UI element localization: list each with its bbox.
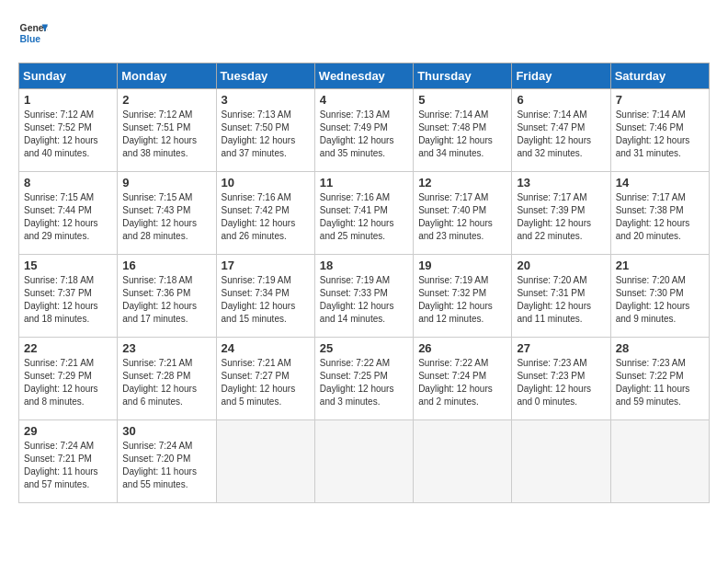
cell-content: Sunrise: 7:18 AMSunset: 7:37 PMDaylight:… <box>24 274 112 326</box>
table-row: 25 Sunrise: 7:22 AMSunset: 7:25 PMDaylig… <box>314 338 413 420</box>
weekday-header: Tuesday <box>216 63 314 89</box>
table-row: 4 Sunrise: 7:13 AMSunset: 7:49 PMDayligh… <box>314 89 413 172</box>
table-row <box>414 420 512 503</box>
day-number: 18 <box>320 259 408 272</box>
cell-content: Sunrise: 7:23 AMSunset: 7:23 PMDaylight:… <box>517 357 605 408</box>
cell-content: Sunrise: 7:21 AMSunset: 7:27 PMDaylight:… <box>222 357 310 408</box>
cell-content: Sunrise: 7:13 AMSunset: 7:49 PMDaylight:… <box>320 109 408 160</box>
table-row: 28 Sunrise: 7:23 AMSunset: 7:22 PMDaylig… <box>610 338 709 420</box>
day-number: 14 <box>616 176 704 190</box>
day-number: 13 <box>517 176 605 190</box>
cell-content: Sunrise: 7:16 AMSunset: 7:42 PMDaylight:… <box>222 191 310 243</box>
table-row: 3 Sunrise: 7:13 AMSunset: 7:50 PMDayligh… <box>216 89 314 172</box>
table-row: 8 Sunrise: 7:15 AMSunset: 7:44 PMDayligh… <box>19 172 118 255</box>
cell-content: Sunrise: 7:21 AMSunset: 7:28 PMDaylight:… <box>122 357 210 408</box>
table-row: 24 Sunrise: 7:21 AMSunset: 7:27 PMDaylig… <box>216 338 314 420</box>
table-row: 29 Sunrise: 7:24 AMSunset: 7:21 PMDaylig… <box>19 420 118 503</box>
day-number: 22 <box>24 341 112 355</box>
weekday-header: Thursday <box>414 63 512 89</box>
table-row: 15 Sunrise: 7:18 AMSunset: 7:37 PMDaylig… <box>19 255 118 338</box>
table-row: 18 Sunrise: 7:19 AMSunset: 7:33 PMDaylig… <box>314 255 413 338</box>
table-row: 19 Sunrise: 7:19 AMSunset: 7:32 PMDaylig… <box>414 255 512 338</box>
cell-content: Sunrise: 7:19 AMSunset: 7:34 PMDaylight:… <box>222 274 310 326</box>
svg-text:Blue: Blue <box>20 34 41 44</box>
weekday-header: Saturday <box>610 63 709 89</box>
calendar-table: SundayMondayTuesdayWednesdayThursdayFrid… <box>18 63 710 503</box>
logo: General Blue <box>18 18 48 48</box>
cell-content: Sunrise: 7:23 AMSunset: 7:22 PMDaylight:… <box>616 357 704 408</box>
cell-content: Sunrise: 7:12 AMSunset: 7:51 PMDaylight:… <box>122 109 210 160</box>
table-row: 6 Sunrise: 7:14 AMSunset: 7:47 PMDayligh… <box>512 89 610 172</box>
day-number: 8 <box>24 176 112 190</box>
table-row: 5 Sunrise: 7:14 AMSunset: 7:48 PMDayligh… <box>414 89 512 172</box>
day-number: 21 <box>616 259 704 272</box>
weekday-header: Monday <box>118 63 216 89</box>
day-number: 7 <box>616 93 704 107</box>
table-row: 1 Sunrise: 7:12 AMSunset: 7:52 PMDayligh… <box>19 89 118 172</box>
day-number: 28 <box>616 341 704 355</box>
table-row <box>216 420 314 503</box>
cell-content: Sunrise: 7:12 AMSunset: 7:52 PMDaylight:… <box>24 109 112 160</box>
table-row: 2 Sunrise: 7:12 AMSunset: 7:51 PMDayligh… <box>118 89 216 172</box>
weekday-header: Sunday <box>19 63 118 89</box>
cell-content: Sunrise: 7:14 AMSunset: 7:46 PMDaylight:… <box>616 109 704 160</box>
cell-content: Sunrise: 7:22 AMSunset: 7:25 PMDaylight:… <box>320 357 408 408</box>
day-number: 4 <box>320 93 408 107</box>
table-row <box>512 420 610 503</box>
day-number: 11 <box>320 176 408 190</box>
cell-content: Sunrise: 7:15 AMSunset: 7:44 PMDaylight:… <box>24 191 112 243</box>
day-number: 23 <box>122 341 210 355</box>
cell-content: Sunrise: 7:15 AMSunset: 7:43 PMDaylight:… <box>122 191 210 243</box>
weekday-header: Wednesday <box>314 63 413 89</box>
cell-content: Sunrise: 7:19 AMSunset: 7:32 PMDaylight:… <box>418 274 506 326</box>
cell-content: Sunrise: 7:22 AMSunset: 7:24 PMDaylight:… <box>418 357 506 408</box>
day-number: 25 <box>320 341 408 355</box>
day-number: 20 <box>517 259 605 272</box>
weekday-header: Friday <box>512 63 610 89</box>
table-row: 13 Sunrise: 7:17 AMSunset: 7:39 PMDaylig… <box>512 172 610 255</box>
cell-content: Sunrise: 7:17 AMSunset: 7:40 PMDaylight:… <box>418 191 506 243</box>
day-number: 27 <box>517 341 605 355</box>
table-row: 11 Sunrise: 7:16 AMSunset: 7:41 PMDaylig… <box>314 172 413 255</box>
day-number: 19 <box>418 259 506 272</box>
table-row: 22 Sunrise: 7:21 AMSunset: 7:29 PMDaylig… <box>19 338 118 420</box>
day-number: 26 <box>418 341 506 355</box>
day-number: 15 <box>24 259 112 272</box>
table-row: 7 Sunrise: 7:14 AMSunset: 7:46 PMDayligh… <box>610 89 709 172</box>
table-row <box>314 420 413 503</box>
cell-content: Sunrise: 7:14 AMSunset: 7:48 PMDaylight:… <box>418 109 506 160</box>
logo-icon: General Blue <box>18 18 48 48</box>
table-row: 27 Sunrise: 7:23 AMSunset: 7:23 PMDaylig… <box>512 338 610 420</box>
table-row: 12 Sunrise: 7:17 AMSunset: 7:40 PMDaylig… <box>414 172 512 255</box>
cell-content: Sunrise: 7:20 AMSunset: 7:30 PMDaylight:… <box>616 274 704 326</box>
table-row: 21 Sunrise: 7:20 AMSunset: 7:30 PMDaylig… <box>610 255 709 338</box>
day-number: 12 <box>418 176 506 190</box>
day-number: 10 <box>222 176 310 190</box>
table-row: 20 Sunrise: 7:20 AMSunset: 7:31 PMDaylig… <box>512 255 610 338</box>
day-number: 16 <box>122 259 210 272</box>
day-number: 1 <box>24 93 112 107</box>
cell-content: Sunrise: 7:20 AMSunset: 7:31 PMDaylight:… <box>517 274 605 326</box>
cell-content: Sunrise: 7:17 AMSunset: 7:39 PMDaylight:… <box>517 191 605 243</box>
table-row: 17 Sunrise: 7:19 AMSunset: 7:34 PMDaylig… <box>216 255 314 338</box>
day-number: 24 <box>222 341 310 355</box>
table-row: 14 Sunrise: 7:17 AMSunset: 7:38 PMDaylig… <box>610 172 709 255</box>
day-number: 30 <box>122 424 210 438</box>
day-number: 5 <box>418 93 506 107</box>
day-number: 2 <box>122 93 210 107</box>
day-number: 17 <box>222 259 310 272</box>
cell-content: Sunrise: 7:24 AMSunset: 7:21 PMDaylight:… <box>24 440 112 491</box>
day-number: 9 <box>122 176 210 190</box>
cell-content: Sunrise: 7:21 AMSunset: 7:29 PMDaylight:… <box>24 357 112 408</box>
table-row: 10 Sunrise: 7:16 AMSunset: 7:42 PMDaylig… <box>216 172 314 255</box>
day-number: 3 <box>222 93 310 107</box>
table-row: 30 Sunrise: 7:24 AMSunset: 7:20 PMDaylig… <box>118 420 216 503</box>
table-row: 23 Sunrise: 7:21 AMSunset: 7:28 PMDaylig… <box>118 338 216 420</box>
table-row: 26 Sunrise: 7:22 AMSunset: 7:24 PMDaylig… <box>414 338 512 420</box>
day-number: 29 <box>24 424 112 438</box>
day-number: 6 <box>517 93 605 107</box>
cell-content: Sunrise: 7:17 AMSunset: 7:38 PMDaylight:… <box>616 191 704 243</box>
table-row: 9 Sunrise: 7:15 AMSunset: 7:43 PMDayligh… <box>118 172 216 255</box>
cell-content: Sunrise: 7:19 AMSunset: 7:33 PMDaylight:… <box>320 274 408 326</box>
cell-content: Sunrise: 7:24 AMSunset: 7:20 PMDaylight:… <box>122 440 210 491</box>
